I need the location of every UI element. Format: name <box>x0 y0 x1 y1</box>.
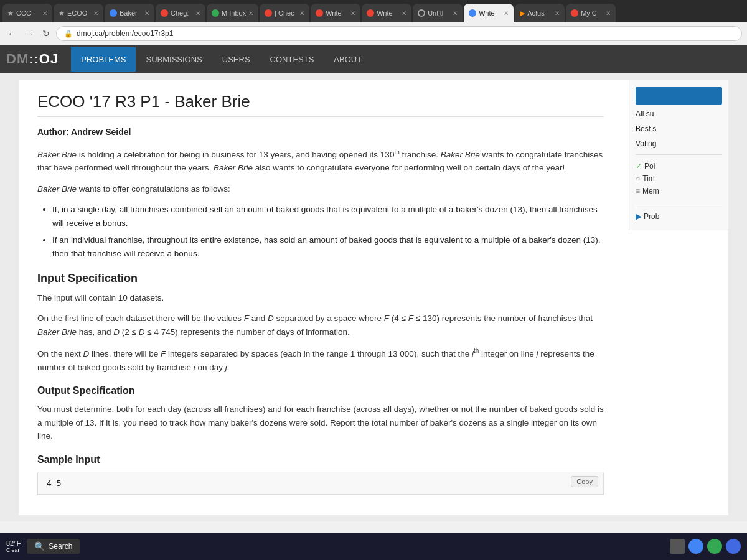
intro-text-3: also wants to congratulate everyone for … <box>255 163 565 172</box>
tab-inbox[interactable]: M Inbox ✕ <box>207 4 258 22</box>
tab-untitl[interactable]: Untitl ✕ <box>413 4 463 22</box>
input-p1: The input will contain 10 datasets. <box>37 291 604 305</box>
tab-ecoo[interactable]: ★ ECOO ✕ <box>54 4 103 22</box>
tab-icon-untitl <box>418 9 425 17</box>
input-p3: On the next D lines, there will be F int… <box>37 346 604 374</box>
author-name: Andrew Seidel <box>71 127 131 137</box>
forward-button[interactable]: → <box>22 27 36 40</box>
sidebar-all-submissions-label: All su <box>636 110 654 118</box>
address-bar[interactable]: 🔒 dmoj.ca/problem/ecoo17r3p1 <box>56 26 742 41</box>
tab-close-write1[interactable]: ✕ <box>350 10 355 17</box>
input-spec-title: Input Specification <box>37 272 604 285</box>
intro-text-4: wants to offer congratulations as follow… <box>79 184 230 194</box>
tab-close-baker[interactable]: ✕ <box>144 10 149 17</box>
tab-icon-chec <box>265 9 272 17</box>
main-content: All su Best s Voting ✓ Poi ○ Tim ≡ Mem ▶ <box>19 80 728 515</box>
tab-icon-write2 <box>367 9 374 17</box>
sidebar-all-submissions: All su <box>636 110 722 118</box>
bullet-item-1: If, in a single day, all franchises comb… <box>52 203 604 230</box>
tab-close-chec[interactable]: ✕ <box>299 10 304 17</box>
sidebar: All su Best s Voting ✓ Poi ○ Tim ≡ Mem ▶ <box>629 80 728 230</box>
output-p1: You must determine, both for each day (a… <box>37 403 604 443</box>
site-nav: DM::OJ PROBLEMS SUBMISSIONS USERS CONTES… <box>0 45 747 73</box>
tab-baker[interactable]: Baker ✕ <box>105 4 154 22</box>
nav-item-about[interactable]: ABOUT <box>324 47 372 72</box>
tab-myc[interactable]: My C ✕ <box>566 4 616 22</box>
sample-input-box: 4 5 Copy <box>37 472 604 495</box>
nav-item-users[interactable]: USERS <box>212 47 260 72</box>
author: Author: Andrew Seidel <box>37 127 604 137</box>
tab-close-myc[interactable]: ✕ <box>606 10 611 17</box>
tab-close-ccc[interactable]: ✕ <box>42 10 47 17</box>
sidebar-prob: ▶ Prob <box>636 210 722 223</box>
tab-write2[interactable]: Write ✕ <box>362 4 411 22</box>
check-icon: ✓ <box>636 162 642 170</box>
sidebar-voting: Voting <box>636 139 722 148</box>
tab-close-write3[interactable]: ✕ <box>504 10 509 17</box>
intro-paragraph-2: Baker Brie wants to offer congratulation… <box>37 182 604 196</box>
baker-brie-ref-1: Baker Brie <box>37 150 77 159</box>
sidebar-points: ✓ Poi <box>636 160 722 172</box>
tab-close-untitl[interactable]: ✕ <box>453 10 458 17</box>
intro-text-1: is holding a celebration for being in bu… <box>79 150 441 159</box>
nav-item-contests[interactable]: CONTESTS <box>260 47 324 72</box>
site-logo: DM::OJ <box>6 51 59 67</box>
tab-write3[interactable]: Write ✕ <box>464 4 514 22</box>
input-p2: On the first line of each dataset there … <box>37 312 604 338</box>
intro-paragraph-1: Baker Brie is holding a celebration for … <box>37 147 604 175</box>
nav-items: PROBLEMS SUBMISSIONS USERS CONTESTS ABOU… <box>71 47 372 72</box>
author-label: Author: <box>37 127 69 137</box>
sidebar-blue-box <box>636 87 722 105</box>
tab-icon-write1 <box>316 9 323 17</box>
bullet-item-2: If an individual franchise, throughout i… <box>52 233 604 260</box>
nav-item-problems[interactable]: PROBLEMS <box>71 47 136 72</box>
output-spec-title: Output Specification <box>37 385 604 396</box>
reload-button[interactable]: ↻ <box>40 27 52 40</box>
sample-input-value: 4 5 <box>47 478 61 488</box>
sidebar-best-score-label: Best s <box>636 124 656 133</box>
tab-write1[interactable]: Write ✕ <box>311 4 360 22</box>
sidebar-time-label: Tim <box>642 174 655 183</box>
tab-close-cheg[interactable]: ✕ <box>195 10 200 17</box>
sidebar-points-label: Poi <box>644 162 655 170</box>
address-text: dmoj.ca/problem/ecoo17r3p1 <box>77 29 173 38</box>
sidebar-memory: ≡ Mem <box>636 185 722 197</box>
sidebar-best-score: Best s <box>636 124 722 133</box>
sidebar-prob-label: Prob <box>644 212 659 221</box>
address-bar-row: ← → ↻ 🔒 dmoj.ca/problem/ecoo17r3p1 <box>0 22 747 45</box>
tab-icon-write3 <box>469 9 476 17</box>
tab-actus[interactable]: ▶ Actus ✕ <box>515 4 565 22</box>
baker-brie-ref-4: Baker Brie <box>37 184 77 194</box>
arrow-icon: ▶ <box>636 212 641 221</box>
browser-chrome: ★ CCC ✕ ★ ECOO ✕ Baker ✕ Cheg: ✕ M Inbox… <box>0 0 747 45</box>
tab-icon-myc <box>571 9 578 17</box>
bullet-list: If, in a single day, all franchises comb… <box>52 203 604 260</box>
tab-close-actus[interactable]: ✕ <box>555 10 560 17</box>
tab-bar: ★ CCC ✕ ★ ECOO ✕ Baker ✕ Cheg: ✕ M Inbox… <box>0 0 747 22</box>
tab-close-inbox[interactable]: ✕ <box>248 10 253 17</box>
tab-icon-cheg <box>161 9 168 17</box>
baker-brie-ref-2: Baker Brie <box>441 150 480 159</box>
nav-item-submissions[interactable]: SUBMISSIONS <box>136 47 212 72</box>
sidebar-voting-label: Voting <box>636 139 656 148</box>
sidebar-memory-label: Mem <box>642 187 659 195</box>
memory-icon: ≡ <box>636 187 640 195</box>
tab-chec[interactable]: | Chec ✕ <box>260 4 309 22</box>
tab-icon-inbox <box>212 9 219 17</box>
tab-close-ecoo[interactable]: ✕ <box>93 10 98 17</box>
tab-close-write2[interactable]: ✕ <box>402 10 406 17</box>
baker-brie-ref-3: Baker Brie <box>214 163 253 172</box>
lock-icon: 🔒 <box>64 30 73 38</box>
tab-cheg[interactable]: Cheg: ✕ <box>156 4 205 22</box>
back-button[interactable]: ← <box>5 27 19 40</box>
content-wrapper: ECOO '17 R3 P1 - Baker Brie Author: Andr… <box>37 92 604 495</box>
sidebar-time: ○ Tim <box>636 172 722 185</box>
tab-ccc[interactable]: ★ CCC ✕ <box>2 4 52 22</box>
copy-button[interactable]: Copy <box>571 476 598 487</box>
tab-icon-baker <box>110 9 117 17</box>
clock-icon: ○ <box>636 174 640 183</box>
sample-input-title: Sample Input <box>37 454 604 465</box>
page-title: ECOO '17 R3 P1 - Baker Brie <box>37 92 604 117</box>
